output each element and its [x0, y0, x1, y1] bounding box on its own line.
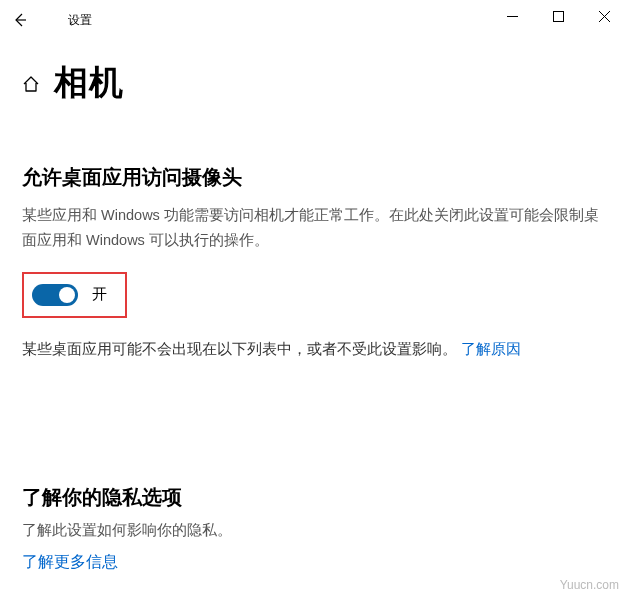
- minimize-button[interactable]: [489, 0, 535, 32]
- back-button[interactable]: [0, 0, 40, 40]
- app-title: 设置: [68, 12, 92, 29]
- privacy-heading: 了解你的隐私选项: [22, 484, 605, 511]
- home-icon: [22, 75, 40, 97]
- camera-sub-description: 某些桌面应用可能不会出现在以下列表中，或者不受此设置影响。 了解原因: [22, 336, 605, 362]
- learn-why-link[interactable]: 了解原因: [461, 341, 521, 357]
- toggle-highlight: 开: [22, 272, 127, 318]
- content-area: 允许桌面应用访问摄像头 某些应用和 Windows 功能需要访问相机才能正常工作…: [0, 114, 627, 573]
- watermark: Yuucn.com: [560, 578, 619, 592]
- toggle-knob: [59, 287, 75, 303]
- close-icon: [599, 11, 610, 22]
- maximize-icon: [553, 11, 564, 22]
- learn-more-link[interactable]: 了解更多信息: [22, 553, 118, 570]
- minimize-icon: [507, 11, 518, 22]
- page-header: 相机: [0, 40, 627, 114]
- sub-desc-text: 某些桌面应用可能不会出现在以下列表中，或者不受此设置影响。: [22, 341, 457, 357]
- svg-rect-2: [553, 11, 563, 21]
- privacy-description: 了解此设置如何影响你的隐私。: [22, 521, 605, 540]
- camera-access-heading: 允许桌面应用访问摄像头: [22, 164, 605, 191]
- window-controls: [489, 0, 627, 32]
- toggle-state-label: 开: [92, 285, 107, 304]
- camera-toggle-row: 开: [28, 278, 115, 312]
- page-title: 相机: [54, 60, 124, 106]
- camera-access-description: 某些应用和 Windows 功能需要访问相机才能正常工作。在此处关闭此设置可能会…: [22, 203, 605, 254]
- camera-access-toggle[interactable]: [32, 284, 78, 306]
- back-arrow-icon: [11, 11, 29, 29]
- titlebar: 设置: [0, 0, 627, 40]
- maximize-button[interactable]: [535, 0, 581, 32]
- privacy-section: 了解你的隐私选项 了解此设置如何影响你的隐私。 了解更多信息: [22, 484, 605, 573]
- close-button[interactable]: [581, 0, 627, 32]
